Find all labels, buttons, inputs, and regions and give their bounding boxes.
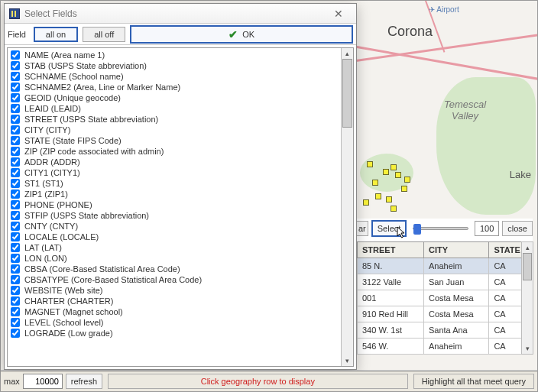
field-list-scrollbar[interactable]: ▴ ▾ bbox=[341, 48, 353, 366]
field-list-inner[interactable]: NAME (Area name 1)STAB (USPS State abbre… bbox=[8, 48, 341, 366]
field-checkbox[interactable] bbox=[11, 147, 20, 156]
field-row[interactable]: SCHNAME2 (Area, Line or Marker Name) bbox=[11, 82, 338, 92]
map-marker[interactable] bbox=[383, 169, 389, 175]
field-checkbox[interactable] bbox=[11, 115, 20, 124]
field-checkbox[interactable] bbox=[11, 179, 20, 188]
field-checkbox[interactable] bbox=[11, 61, 20, 70]
field-checkbox[interactable] bbox=[11, 157, 20, 167]
field-row[interactable]: LOCALE (LOCALE) bbox=[11, 232, 338, 242]
map-marker[interactable] bbox=[363, 199, 369, 206]
field-row[interactable]: STREET (USPS State abbreviation) bbox=[11, 114, 338, 125]
field-row[interactable]: CITY1 (CITY1) bbox=[11, 167, 338, 178]
column-header[interactable]: CITY bbox=[423, 242, 488, 258]
field-row[interactable]: LAT (LAT) bbox=[11, 242, 338, 253]
field-row[interactable]: LEVEL (School level) bbox=[11, 317, 338, 328]
field-row[interactable]: CBSA (Core-Based Statistical Area Code) bbox=[11, 264, 338, 274]
field-checkbox[interactable] bbox=[11, 275, 20, 284]
map-marker[interactable] bbox=[401, 186, 407, 192]
refresh-button[interactable]: refresh bbox=[66, 374, 102, 389]
map-valley-label: Temescal Valley bbox=[444, 99, 486, 121]
table-scrollbar[interactable]: ▴ ▾ bbox=[521, 241, 533, 355]
field-row[interactable]: NAME (Area name 1) bbox=[11, 50, 338, 60]
map-marker[interactable] bbox=[372, 180, 378, 186]
field-row[interactable]: STAB (USPS State abbreviation) bbox=[11, 60, 338, 71]
field-checkbox[interactable] bbox=[11, 72, 20, 81]
map-marker[interactable] bbox=[375, 193, 381, 199]
close-icon[interactable]: ✕ bbox=[326, 6, 352, 21]
close-panel-button[interactable]: close bbox=[502, 221, 533, 236]
field-row[interactable]: CNTY (CNTY) bbox=[11, 221, 338, 232]
scroll-up-icon[interactable]: ▴ bbox=[342, 48, 353, 59]
field-row[interactable]: ZIP (ZIP code associated with admin) bbox=[11, 146, 338, 157]
field-row[interactable]: LOGRADE (Low grade) bbox=[11, 328, 338, 339]
field-row[interactable]: MAGNET (Magnet school) bbox=[11, 306, 338, 317]
table-row[interactable]: 85 N.AnaheimCA bbox=[358, 258, 533, 274]
field-row[interactable]: ST1 (ST1) bbox=[11, 178, 338, 189]
field-checkbox[interactable] bbox=[11, 211, 20, 220]
scroll-up-icon[interactable]: ▴ bbox=[522, 242, 533, 253]
field-checkbox[interactable] bbox=[11, 329, 20, 338]
map-marker[interactable] bbox=[391, 206, 397, 212]
field-checkbox[interactable] bbox=[11, 318, 20, 327]
field-row[interactable]: GEOID (Unique geocode) bbox=[11, 92, 338, 103]
count-slider[interactable] bbox=[413, 227, 468, 230]
field-label-text: SCHNAME (School name) bbox=[24, 72, 124, 81]
field-checkbox[interactable] bbox=[11, 168, 20, 177]
map-marker[interactable] bbox=[391, 164, 397, 170]
field-label-text: CNTY (CNTY) bbox=[24, 222, 78, 231]
table-row[interactable]: 546 W.AnaheimCA bbox=[358, 339, 533, 355]
field-row[interactable]: STFIP (USPS State abbreviation) bbox=[11, 210, 338, 221]
field-checkbox[interactable] bbox=[11, 136, 20, 145]
field-checkbox[interactable] bbox=[11, 243, 20, 252]
scroll-thumb[interactable] bbox=[342, 59, 352, 128]
field-row[interactable]: CITY (CITY) bbox=[11, 125, 338, 135]
table-row[interactable]: 001Costa MesaCA bbox=[358, 290, 533, 306]
table-row[interactable]: 3122 ValleSan JuanCA bbox=[358, 274, 533, 290]
field-label-text: CBSATYPE (Core-Based Statistical Area Co… bbox=[24, 275, 202, 284]
map-marker[interactable] bbox=[404, 177, 410, 183]
field-checkbox[interactable] bbox=[11, 254, 20, 263]
field-row[interactable]: ADDR (ADDR) bbox=[11, 157, 338, 167]
map-marker[interactable] bbox=[367, 161, 373, 167]
field-checkbox[interactable] bbox=[11, 232, 20, 241]
field-row[interactable]: CBSATYPE (Core-Based Statistical Area Co… bbox=[11, 274, 338, 285]
partial-button[interactable]: ar bbox=[357, 221, 368, 236]
field-row[interactable]: PHONE (PHONE) bbox=[11, 199, 338, 210]
select-button[interactable]: Select bbox=[371, 220, 407, 237]
field-checkbox[interactable] bbox=[11, 286, 20, 295]
all-off-button[interactable]: all off bbox=[83, 27, 125, 42]
highlight-button[interactable]: Highlight all that meet query bbox=[413, 374, 534, 389]
map-marker[interactable] bbox=[386, 196, 392, 202]
field-checkbox[interactable] bbox=[11, 307, 20, 316]
field-row[interactable]: STATE (State FIPS Code) bbox=[11, 135, 338, 146]
column-header[interactable]: STREET bbox=[358, 242, 424, 258]
scroll-down-icon[interactable]: ▾ bbox=[522, 343, 533, 354]
all-on-button[interactable]: all on bbox=[34, 27, 78, 42]
field-label-text: CITY (CITY) bbox=[24, 125, 70, 134]
field-checkbox[interactable] bbox=[11, 296, 20, 306]
field-checkbox[interactable] bbox=[11, 222, 20, 231]
field-checkbox[interactable] bbox=[11, 83, 20, 92]
table-row[interactable]: 910 Red HillCosta MesaCA bbox=[358, 306, 533, 322]
field-checkbox[interactable] bbox=[11, 190, 20, 199]
field-checkbox[interactable] bbox=[11, 200, 20, 209]
ok-button[interactable]: ✔ OK bbox=[130, 25, 353, 44]
field-row[interactable]: ZIP1 (ZIP1) bbox=[11, 189, 338, 199]
max-input[interactable] bbox=[23, 374, 63, 389]
field-checkbox[interactable] bbox=[11, 104, 20, 113]
dialog-titlebar[interactable]: Select Fields ✕ bbox=[5, 4, 356, 24]
field-row[interactable]: CHARTER (CHARTER) bbox=[11, 296, 338, 306]
field-checkbox[interactable] bbox=[11, 50, 20, 60]
table-row[interactable]: 340 W. 1stSanta AnaCA bbox=[358, 322, 533, 339]
scroll-thumb[interactable] bbox=[523, 253, 532, 280]
field-row[interactable]: LEAID (LEAID) bbox=[11, 103, 338, 114]
field-checkbox[interactable] bbox=[11, 93, 20, 102]
slider-thumb[interactable] bbox=[413, 224, 421, 235]
field-checkbox[interactable] bbox=[11, 264, 20, 274]
field-checkbox[interactable] bbox=[11, 125, 20, 134]
field-row[interactable]: WEBSITE (Web site) bbox=[11, 285, 338, 296]
map-marker[interactable] bbox=[395, 172, 401, 178]
field-row[interactable]: LON (LON) bbox=[11, 253, 338, 264]
scroll-down-icon[interactable]: ▾ bbox=[342, 355, 353, 366]
field-row[interactable]: SCHNAME (School name) bbox=[11, 71, 338, 82]
